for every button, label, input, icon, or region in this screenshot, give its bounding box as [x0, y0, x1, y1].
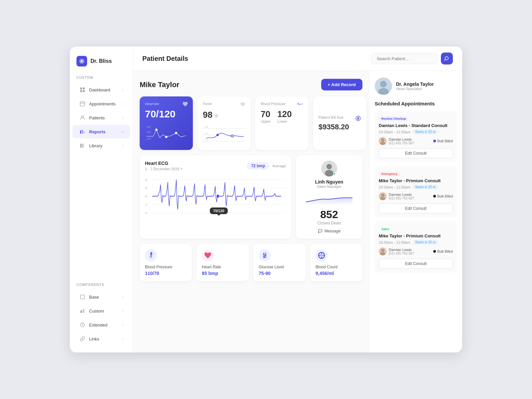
person-avatar — [321, 161, 337, 177]
starts-badge-1: Starts in 25 m — [412, 129, 438, 134]
reports-icon — [79, 128, 86, 135]
sidebar-item-library[interactable]: Library › — [72, 139, 130, 152]
bc-title-hr: Heart Rate — [202, 265, 243, 269]
search-button[interactable] — [441, 53, 453, 65]
appt-tag-1: Routine Checkup — [379, 116, 409, 121]
svg-text:140: 140 — [204, 132, 208, 135]
bc-title-bc: Blood Count — [316, 265, 357, 269]
sidebar-item-reports[interactable]: Reports › — [72, 125, 130, 138]
glucose-icon — [259, 249, 271, 261]
heartrate-label: Hearrate — [145, 102, 188, 106]
svg-rect-1 — [80, 87, 82, 89]
patient-header: Mike Taylor + Add Record — [140, 79, 362, 90]
bc-title-glucose: Glucose Level — [259, 265, 300, 269]
patients-icon — [79, 114, 86, 121]
base-icon — [79, 294, 86, 300]
appt-title-1: Damian Lewis - Standard Consult — [379, 123, 453, 128]
appt-avatar-1 — [379, 137, 387, 145]
appt-footer-3: Damian Lewis (61) 435 755 567 Bulk Bille… — [379, 247, 453, 255]
ecg-row: Heart ECG 1 - 7 December 2020 ▾ 72 bmp A… — [140, 155, 362, 239]
sidebar-label-base: Base — [89, 295, 99, 300]
chevron-links: › — [122, 337, 123, 341]
scheduled-appt-title: Scheduled Appointments — [375, 101, 457, 106]
appointment-card-2: Emergency Mike Taylor - Primium Consult … — [375, 166, 457, 217]
person-role: Sales Manager — [317, 185, 341, 189]
svg-point-59 — [264, 253, 265, 254]
svg-point-64 — [320, 254, 323, 257]
custom-comp-icon — [79, 308, 86, 314]
ecg-dropdown[interactable]: ▾ — [181, 167, 183, 171]
svg-point-27 — [231, 135, 233, 137]
bpm-badge: 72 bmp — [247, 162, 269, 170]
sidebar-item-extended[interactable]: Extended › — [72, 318, 130, 332]
edit-consult-3[interactable]: Edit Consult — [379, 259, 453, 269]
deals-count: 852 — [320, 208, 338, 221]
appt-person-phone-2: (61) 435 755 567 — [389, 197, 414, 200]
svg-text:80: 80 — [145, 195, 148, 198]
bp-lower-label: Lower — [277, 119, 292, 123]
svg-rect-13 — [80, 295, 84, 299]
bp-values: 70 Upper 120 Lower — [261, 109, 303, 123]
svg-point-54 — [325, 170, 333, 177]
bp-upper-val: 70 — [261, 109, 271, 119]
sidebar-item-links[interactable]: Links › — [72, 332, 130, 345]
ecg-chart: 90 85 80 75 70 65 S — [145, 173, 286, 219]
appt-avatar-3 — [379, 247, 387, 255]
svg-point-6 — [81, 116, 83, 118]
search-input[interactable] — [371, 53, 438, 64]
svg-rect-3 — [80, 90, 82, 92]
appt-title-2: Mike Taylor - Primium Consult — [379, 178, 453, 183]
chevron-reports: › — [122, 130, 123, 134]
sidebar-item-appointments[interactable]: Appointments › — [72, 97, 130, 110]
logo-area: Dr. Bliss — [70, 56, 133, 76]
chevron-extended: › — [122, 323, 123, 327]
edit-consult-1[interactable]: Edit Consult — [379, 148, 453, 158]
heartrate-chart: 160 140 120 — [145, 123, 188, 143]
bp-lower-val: 120 — [277, 109, 292, 119]
bc-value-glucose: 75-90 — [259, 271, 300, 276]
svg-text:160: 160 — [204, 126, 208, 128]
message-label: Message — [325, 229, 341, 233]
sidebar-item-patients[interactable]: Patients › — [72, 111, 130, 124]
bc-value-hr: 85 bmp — [202, 271, 243, 276]
appt-tag-3: Sales — [379, 227, 392, 231]
sidebar-label-extended: Extended — [89, 323, 107, 328]
edit-consult-2[interactable]: Edit Consult — [379, 203, 453, 213]
svg-point-26 — [216, 134, 219, 136]
svg-point-72 — [381, 194, 384, 197]
bottom-cards: Blood Pressure 110/70 Heart Rate 85 bmp — [140, 244, 362, 281]
svg-point-75 — [381, 249, 384, 252]
search-bar — [371, 53, 453, 65]
doctor-specialty: Heart Specialist — [396, 87, 434, 91]
appt-time-3: 10:30am - 11:00am Starts in 25 m — [379, 240, 453, 245]
logo-icon — [76, 56, 87, 66]
appt-avatar-2 — [379, 192, 387, 200]
add-record-button[interactable]: + Add Record — [321, 79, 362, 90]
sidebar-item-dashboard[interactable]: Dashboard › — [72, 83, 130, 96]
appt-person-phone-1: (61) 435 755 567 — [389, 141, 414, 145]
bp-card: Blood Pressure 70 Upper 120 — [255, 96, 309, 150]
extended-icon — [79, 322, 86, 328]
ecg-title: Heart ECG — [145, 161, 183, 166]
svg-point-19 — [175, 132, 177, 134]
svg-text:70: 70 — [145, 211, 148, 215]
svg-point-0 — [81, 60, 82, 62]
sidebar-item-base[interactable]: Base › — [72, 290, 130, 304]
ecg-icon — [297, 102, 303, 108]
components-section-label: COMPONENTS — [70, 283, 133, 290]
svg-text:120: 120 — [147, 137, 151, 140]
message-button[interactable]: Message — [318, 229, 341, 233]
patient-name: Mike Taylor — [140, 80, 179, 89]
sidebar-item-custom[interactable]: Custom › — [72, 304, 130, 318]
appt-person-1: Damian Lewis (61) 435 755 567 — [379, 137, 414, 145]
chevron-library: › — [122, 144, 123, 148]
blood-count-bottom-card: Blood Count 9,456/ml — [310, 244, 362, 281]
fever-chart: 160 140 120 — [203, 123, 245, 143]
bulk-billed-2: Bulk Billed — [433, 195, 453, 198]
custom-section-label: CUSTOM — [70, 76, 133, 83]
doctor-avatar — [375, 77, 392, 95]
svg-text:75: 75 — [145, 203, 148, 206]
library-icon — [79, 142, 86, 149]
svg-rect-12 — [83, 144, 84, 148]
bp-label: Blood Pressure — [261, 102, 286, 106]
